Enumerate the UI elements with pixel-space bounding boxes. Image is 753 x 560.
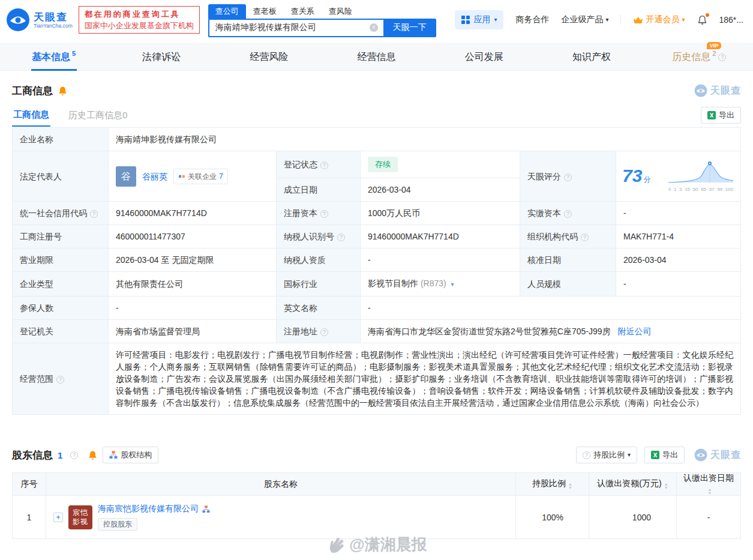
question-icon[interactable]: ? — [581, 233, 589, 241]
related-companies-badge[interactable]: 关联企业 7 — [173, 169, 228, 184]
eye-logo-icon — [6, 8, 30, 32]
apps-label: 应用 — [473, 14, 490, 25]
tab-history-info[interactable]: VIP 历史信息 2 ? — [646, 44, 753, 70]
search-input[interactable] — [208, 19, 383, 37]
search-tab-boss[interactable]: 查老板 — [246, 4, 284, 19]
label-company-name: 企业名称 — [13, 128, 109, 151]
news-watermark: @潇湘晨报 — [326, 534, 427, 555]
info-icon: ? — [583, 451, 590, 459]
tab-development-label: 公司发展 — [465, 51, 503, 64]
score-value[interactable]: 73分 — [622, 167, 650, 185]
legal-rep-link[interactable]: 谷丽英 — [142, 170, 167, 182]
apps-menu[interactable]: 应用 ▾ — [455, 10, 503, 29]
value-staff-size: - — [616, 272, 741, 297]
value-taxpayer-quality: - — [361, 248, 520, 272]
grid-icon — [461, 16, 470, 24]
top-header: 天眼查 TianYanCha.com 都在用的商业查询工具 国家中小企业发展基金… — [0, 0, 753, 40]
user-account[interactable]: 186*... — [719, 15, 743, 25]
label-insured-count: 参保人数 — [13, 297, 109, 320]
sort-icons[interactable]: ▲▼ — [664, 483, 668, 490]
search-tab-company[interactable]: 查公司 — [208, 4, 246, 19]
sort-icons[interactable]: ▲▼ — [708, 488, 712, 495]
question-icon[interactable]: ? — [320, 161, 328, 169]
equity-structure-icon[interactable] — [202, 505, 210, 513]
question-icon[interactable]: ? — [70, 451, 78, 459]
brand-name: 天眼查 — [34, 11, 73, 23]
search-button[interactable]: 天眼一下 — [383, 19, 436, 37]
question-icon[interactable]: ? — [56, 376, 64, 384]
chevron-down-icon: ▾ — [682, 17, 685, 23]
ratio-filter-label: 持股比例 — [593, 450, 625, 460]
controlling-shareholder-tag: 控股股东 — [98, 518, 137, 531]
chevron-down-icon: ▾ — [628, 452, 631, 458]
value-credit-code: 91460000MAK7H7714D — [109, 202, 277, 225]
value-establish-date: 2026-03-04 — [361, 178, 520, 202]
question-icon[interactable]: ? — [320, 210, 328, 218]
question-icon[interactable]: ? — [718, 53, 726, 61]
score-axis: 0131550659799100 — [667, 187, 734, 192]
export-button[interactable]: 导出 — [701, 107, 741, 124]
clear-icon[interactable]: × — [370, 23, 378, 32]
subscribe-bell[interactable] — [88, 450, 98, 460]
tab-operation-risk[interactable]: 经营风险 — [215, 44, 323, 70]
tab-history-label: 历史信息 — [672, 51, 710, 64]
shareholder-index: 1 — [13, 496, 46, 539]
export-button[interactable]: 导出 — [644, 447, 685, 463]
shareholders-section: 股东信息 1 ? 股权结构 ? 持股比例 ▾ — [12, 445, 741, 539]
tab-company-development[interactable]: 公司发展 — [430, 44, 538, 70]
label-taxpayer-id: 纳税人识别号? — [277, 225, 361, 248]
value-reg-address: 海南省海口市龙华区金贸街道世贸东路2号世贸雅苑C座705-J99房 附近公司 — [361, 320, 741, 343]
business-cooperation-link[interactable]: 商务合作 — [515, 14, 549, 25]
question-icon[interactable]: ? — [564, 173, 572, 181]
search-tab-risk[interactable]: 查风险 — [322, 4, 359, 19]
col-amount[interactable]: 认缴出资额(万元)▲▼ — [589, 473, 677, 496]
label-business-term: 营业期限 — [13, 248, 109, 272]
question-icon[interactable]: ? — [320, 328, 328, 336]
address-text: 海南省海口市龙华区金贸街道世贸东路2号世贸雅苑C座705-J99房 — [368, 327, 611, 336]
subtab-gongshang[interactable]: 工商信息 — [12, 104, 50, 127]
nearby-companies-link[interactable]: 附近公司 — [617, 327, 651, 336]
tab-history-inner: VIP 历史信息 — [672, 51, 710, 64]
gongshang-subtabs: 工商信息 历史工商信息0 导出 — [12, 103, 741, 127]
eye-logo-icon — [694, 84, 707, 97]
value-legal-rep: 谷 谷丽英 关联企业 7 — [109, 151, 277, 202]
slogan-box: 都在用的商业查询工具 国家中小企业发展基金旗下机构 — [79, 6, 200, 34]
tab-operation-info[interactable]: 经营信息 — [323, 44, 430, 70]
label-english-name: 英文名称 — [277, 297, 361, 320]
brand-domain: TianYanCha.com — [34, 23, 73, 29]
tab-legal[interactable]: 法律诉讼 — [107, 44, 215, 70]
ratio-filter-button[interactable]: ? 持股比例 ▾ — [576, 447, 637, 463]
col-ratio[interactable]: 持股比例▲▼ — [516, 473, 589, 496]
subtab-history-gongshang[interactable]: 历史工商信息0 — [67, 105, 128, 126]
chevron-down-icon[interactable]: ▾ — [451, 281, 454, 288]
tab-basic-count: 5 — [72, 50, 76, 57]
question-icon[interactable]: ? — [90, 210, 98, 218]
vip-upgrade-link[interactable]: 开通会员 ▾ — [633, 14, 685, 25]
sort-icons[interactable]: ▲▼ — [568, 483, 572, 490]
notification-bell[interactable] — [697, 15, 707, 25]
label-business-scope: 经营范围? — [13, 343, 109, 415]
tab-history-count: 2 — [712, 50, 716, 57]
col-date[interactable]: 认缴出资日期▲▼ — [677, 473, 741, 496]
hand-logo-icon — [326, 535, 345, 555]
excel-icon — [651, 451, 659, 459]
gongshang-header: 工商信息 天眼查 — [12, 80, 741, 101]
question-icon[interactable]: ? — [337, 233, 345, 241]
question-icon[interactable]: ? — [564, 210, 572, 218]
tianyancha-logo[interactable]: 天眼查 TianYanCha.com — [6, 8, 73, 32]
enterprise-label: 企业级产品 — [561, 14, 603, 25]
expand-button[interactable]: + — [53, 513, 63, 522]
value-company-type: 其他有限责任公司 — [109, 272, 277, 297]
tab-intellectual-property[interactable]: 知识产权 — [538, 44, 645, 70]
search-tab-relation[interactable]: 查关系 — [284, 4, 322, 19]
enterprise-product-menu[interactable]: 企业级产品 ▾ — [561, 14, 608, 25]
subscribe-bell[interactable] — [58, 86, 68, 96]
chevron-down-icon: ▾ — [605, 17, 608, 23]
shareholders-toolbar: ? 持股比例 ▾ 导出 天眼查 — [576, 447, 741, 463]
user-phone: 186*... — [719, 15, 743, 25]
equity-structure-button[interactable]: 股权结构 — [103, 447, 158, 463]
vip-badge: VIP — [707, 42, 722, 49]
value-tianyan-score: 73分 0131550659799100 — [616, 151, 741, 202]
tab-basic-info[interactable]: 基本信息 5 — [0, 44, 107, 70]
shareholder-company-link[interactable]: 海南宸恺影视传媒有限公司 — [98, 504, 199, 514]
